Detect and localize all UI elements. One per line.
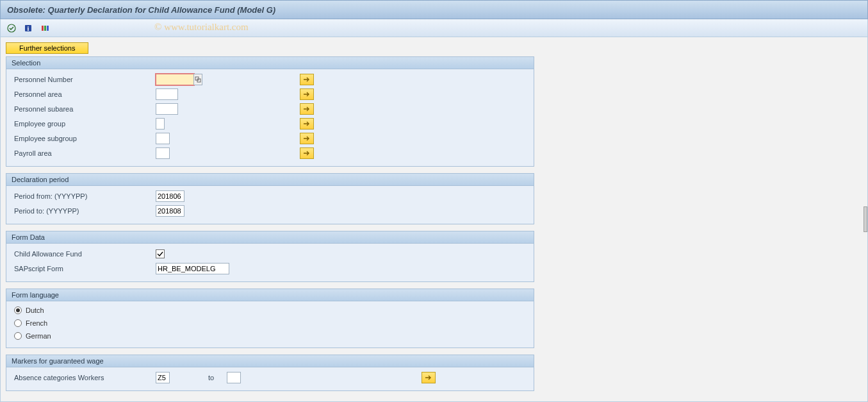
watermark: © www.tutorialkart.com xyxy=(154,22,249,33)
group-markers: Markers for guaranteed wage Absence cate… xyxy=(6,355,534,391)
get-variant-button[interactable] xyxy=(38,22,52,35)
label-period-from: Period from: (YYYYPP) xyxy=(12,192,156,200)
input-sapscript-form[interactable] xyxy=(156,263,229,274)
label-personnel-area: Personnel area xyxy=(12,90,156,98)
multiple-selection-absence-categories[interactable] xyxy=(422,372,436,383)
input-payroll-area[interactable] xyxy=(156,147,170,159)
arrow-right-icon xyxy=(425,374,432,381)
variant-icon xyxy=(40,24,49,33)
row-personnel-subarea: Personnel subarea xyxy=(12,102,528,116)
input-period-to[interactable] xyxy=(156,205,184,217)
label-personnel-subarea: Personnel subarea xyxy=(12,105,156,113)
input-employee-group[interactable] xyxy=(156,118,165,130)
group-form-language: Form language Dutch French German xyxy=(6,289,534,348)
multiple-selection-personnel-subarea[interactable] xyxy=(300,103,314,115)
row-absence-categories-workers: Absence categories Workers to xyxy=(12,371,528,385)
to-label: to xyxy=(208,374,214,381)
input-period-from[interactable] xyxy=(156,190,184,202)
radio-label-dutch: Dutch xyxy=(26,306,44,314)
radio-label-french: French xyxy=(26,319,47,327)
execute-button[interactable] xyxy=(4,22,19,35)
label-sapscript-form: SAPscript Form xyxy=(12,265,156,272)
input-absence-high[interactable] xyxy=(227,372,241,383)
multiple-selection-personnel-area[interactable] xyxy=(300,88,314,100)
radio-label-german: German xyxy=(26,332,51,340)
row-payroll-area: Payroll area xyxy=(12,146,528,160)
row-employee-group: Employee group xyxy=(12,117,528,131)
radio-row-german[interactable]: German xyxy=(12,330,528,342)
group-title-form-data: Form Data xyxy=(6,231,534,244)
arrow-right-icon xyxy=(303,150,311,156)
input-personnel-area[interactable] xyxy=(156,88,178,100)
further-selections-button[interactable]: Further selections xyxy=(6,42,88,54)
multiple-selection-employee-group[interactable] xyxy=(300,118,314,130)
row-child-allowance-fund: Child Allowance Fund xyxy=(12,247,528,261)
input-absence-low[interactable] xyxy=(156,372,170,383)
svg-rect-4 xyxy=(44,26,46,31)
f4-personnel-number[interactable] xyxy=(193,74,202,85)
group-title-declaration-period: Declaration period xyxy=(6,174,534,186)
multiple-selection-employee-subgroup[interactable] xyxy=(300,133,314,144)
scroll-container[interactable]: Further selections Selection Personnel N… xyxy=(1,37,867,401)
arrow-right-icon xyxy=(303,121,311,127)
label-payroll-area: Payroll area xyxy=(12,149,156,157)
page-title: Obsolete: Quarterly Declaration for Chil… xyxy=(7,5,275,15)
multiple-selection-payroll-area[interactable] xyxy=(300,147,314,159)
label-employee-subgroup: Employee subgroup xyxy=(12,135,156,142)
radio-german[interactable] xyxy=(14,332,22,340)
input-personnel-number[interactable] xyxy=(156,74,194,85)
group-title-form-language: Form language xyxy=(6,289,534,301)
application-toolbar: i © www.tutorialkart.com xyxy=(0,19,868,37)
row-period-to: Period to: (YYYYPP) xyxy=(12,204,528,218)
check-icon xyxy=(157,251,163,257)
svg-rect-5 xyxy=(47,26,49,31)
svg-rect-3 xyxy=(42,26,44,31)
execute-icon xyxy=(7,24,16,33)
row-employee-subgroup: Employee subgroup xyxy=(12,131,528,146)
group-selection: Selection Personnel Number Personnel xyxy=(6,56,534,167)
arrow-right-icon xyxy=(303,135,311,142)
info-button[interactable]: i xyxy=(21,22,35,35)
row-period-from: Period from: (YYYYPP) xyxy=(12,189,528,203)
input-personnel-subarea[interactable] xyxy=(156,103,178,115)
input-employee-subgroup[interactable] xyxy=(156,133,170,144)
label-personnel-number: Personnel Number xyxy=(12,76,156,83)
arrow-right-icon xyxy=(303,91,311,97)
label-absence-categories-workers: Absence categories Workers xyxy=(12,374,156,381)
label-period-to: Period to: (YYYYPP) xyxy=(12,207,156,215)
radio-row-french[interactable]: French xyxy=(12,317,528,330)
content-area: Further selections Selection Personnel N… xyxy=(0,37,868,402)
group-title-selection: Selection xyxy=(6,57,534,69)
label-employee-group: Employee group xyxy=(12,120,156,128)
svg-text:i: i xyxy=(28,25,29,32)
row-personnel-area: Personnel area xyxy=(12,87,528,101)
info-icon: i xyxy=(24,24,33,33)
label-child-allowance-fund: Child Allowance Fund xyxy=(12,250,156,258)
radio-french[interactable] xyxy=(14,319,22,327)
right-scroll-handle[interactable] xyxy=(864,206,867,232)
radio-row-dutch[interactable]: Dutch xyxy=(12,304,528,317)
search-help-icon xyxy=(195,76,201,83)
arrow-right-icon xyxy=(303,106,311,112)
title-bar: Obsolete: Quarterly Declaration for Chil… xyxy=(0,0,868,19)
sap-gui-window: Obsolete: Quarterly Declaration for Chil… xyxy=(0,0,868,402)
checkbox-child-allowance-fund[interactable] xyxy=(156,249,165,258)
radio-dutch[interactable] xyxy=(14,306,22,314)
row-personnel-number: Personnel Number xyxy=(12,72,528,87)
arrow-right-icon xyxy=(303,76,311,83)
multiple-selection-personnel-number[interactable] xyxy=(300,74,314,85)
row-sapscript-form: SAPscript Form xyxy=(12,262,528,276)
group-form-data: Form Data Child Allowance Fund SAPscript… xyxy=(6,231,534,282)
group-declaration-period: Declaration period Period from: (YYYYPP)… xyxy=(6,173,534,224)
group-title-markers: Markers for guaranteed wage xyxy=(6,355,534,367)
